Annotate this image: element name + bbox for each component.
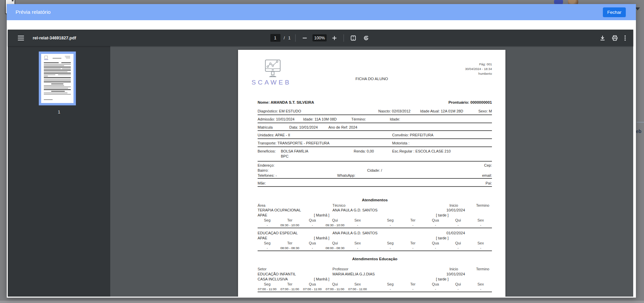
page-number-input[interactable] xyxy=(270,34,280,42)
background-bottom-strip xyxy=(0,301,644,303)
column-header-professor: Professor xyxy=(332,267,348,271)
page-total: 1 xyxy=(288,36,291,40)
divider xyxy=(258,123,492,123)
field-admissao: Admissão: 10/01/2024 xyxy=(258,117,294,121)
schedule-time: 09:30 - 10:00 xyxy=(324,223,346,227)
menu-icon[interactable] xyxy=(16,34,26,42)
thumbnail-panel: 1 xyxy=(8,46,110,297)
schedule-time: - xyxy=(301,246,324,250)
divider xyxy=(258,161,492,162)
day-header-row: SegTerQuaQuiSex xyxy=(379,218,492,222)
tarde-label: [ tarde ] xyxy=(436,236,448,240)
schedule-time: - xyxy=(379,223,402,227)
manha-times-row: 07:00 - 11:0007:00 - 11:0007:00 - 11:000… xyxy=(256,287,369,291)
atendimento-educacao-tecnico: MARIA AMÉLIA G.J.DIAS xyxy=(332,272,375,276)
field-unidades: Unidades: APAE - II xyxy=(258,133,290,137)
pdf-page: SCAWEB Pág: 001 30/04/2024 - 18:34 humbe… xyxy=(238,50,505,297)
schedule-day: Sex xyxy=(346,218,369,222)
field-renda: Renda: 0,00 xyxy=(354,149,374,153)
divider xyxy=(258,250,492,251)
atendimento-tecnico: ANA PAULA G.D. SANTOS xyxy=(332,231,377,235)
schedule-time: - xyxy=(447,223,469,227)
rotate-icon[interactable] xyxy=(361,33,371,43)
modal-header: Prévia relatório Fechar xyxy=(7,4,636,20)
schedule-day: Qui xyxy=(447,241,469,245)
divider xyxy=(258,292,492,292)
document-content: Nome: AMANDA S.T. SILVEIRAProntuário: 00… xyxy=(258,50,492,297)
atendimento-educacao-unidade: CASA INCLUSIVA xyxy=(258,277,288,281)
day-header-row: SegTerQuaQuiSex xyxy=(256,282,369,286)
schedule-time: - xyxy=(402,246,424,250)
field-cep: Cep: xyxy=(484,163,492,167)
schedule-time: - xyxy=(424,223,447,227)
field-telefones: Telefones: - xyxy=(258,173,277,177)
field-beneficios-label: Beneficios: xyxy=(258,149,276,153)
field-whatsapp: WhatsApp: xyxy=(337,173,355,177)
field-idade2: Idade: xyxy=(390,117,400,121)
atendimento-entry: EDUCAÇAO ESPECIALANA PAULA G.D. SANTOS01… xyxy=(258,231,492,254)
field-beneficio-2: BPC xyxy=(281,154,289,158)
thumbnail-page-number: 1 xyxy=(8,109,110,114)
toolbar-divider xyxy=(295,34,296,42)
close-button[interactable]: Fechar xyxy=(603,7,626,17)
atendimento-unidade: APAE xyxy=(258,213,267,217)
more-options-icon[interactable] xyxy=(622,33,628,43)
column-header-area: Área xyxy=(258,203,265,207)
fit-to-page-icon[interactable] xyxy=(349,33,358,43)
schedule-day: Ter xyxy=(279,241,301,245)
schedule-time: - xyxy=(346,246,369,250)
print-icon[interactable] xyxy=(610,33,620,43)
schedule-day: Qua xyxy=(424,218,447,222)
tarde-label: [ tarde ] xyxy=(436,277,448,281)
column-header-termino: Termino xyxy=(476,203,489,207)
schedule-time: - xyxy=(469,223,492,227)
field-pai: Pai: xyxy=(486,181,492,185)
divider xyxy=(258,114,492,115)
schedule-day: Qua xyxy=(301,241,324,245)
manha-label: [ Manhã ] xyxy=(314,236,329,240)
zoom-in-icon[interactable] xyxy=(330,34,339,42)
schedule-day: Seg xyxy=(379,241,402,245)
schedule-time: 07:00 - 11:00 xyxy=(279,287,301,291)
document-area[interactable]: SCAWEB Pág: 001 30/04/2024 - 18:34 humbe… xyxy=(110,46,633,297)
field-diagnostico: Diagnóstico: EM ESTUDO xyxy=(258,109,301,113)
schedule-time: - xyxy=(402,223,424,227)
schedule-time: - xyxy=(447,287,469,291)
field-cidade: Cidade: / xyxy=(367,168,382,172)
schedule-time: - xyxy=(424,287,447,291)
schedule-day: Qui xyxy=(447,218,469,222)
atendimento-area: TERAPIA OCUPACIONAL xyxy=(258,208,301,212)
field-data: Data: 10/01/2024 xyxy=(289,125,318,129)
field-matricula: Matricula xyxy=(258,125,273,129)
schedule-time: - xyxy=(301,223,324,227)
schedule-time: 07:00 - 11:00 xyxy=(301,287,324,291)
schedule-day: Seg xyxy=(256,218,279,222)
schedule-day: Qua xyxy=(424,241,447,245)
tarde-times-row: ----- xyxy=(379,246,492,250)
manha-label: [ Manhã ] xyxy=(314,213,329,217)
schedule-time: - xyxy=(379,246,402,250)
column-header-tecnico: Técnico xyxy=(332,203,346,207)
atendimento-inicio: 10/01/2024 xyxy=(446,208,465,212)
schedule-time: - xyxy=(256,246,279,250)
zoom-out-icon[interactable] xyxy=(300,34,309,42)
schedule-day: Qui xyxy=(447,282,469,286)
download-icon[interactable] xyxy=(598,33,607,43)
column-header-inicio: Inicio xyxy=(449,203,458,207)
modal-title: Prévia relatório xyxy=(16,9,51,15)
column-header-termino: Termino xyxy=(476,267,489,271)
schedule-day: Seg xyxy=(379,282,402,286)
report-preview-modal: Prévia relatório Fechar rel-relat-346918… xyxy=(7,4,636,298)
schedule-day: Qui xyxy=(324,241,346,245)
schedule-day: Qua xyxy=(301,282,324,286)
schedule-time: - xyxy=(469,287,492,291)
atendimento-unidade: APAE xyxy=(258,236,267,240)
atendimento-educacao-area: EDUCAÇÃO INFANTIL xyxy=(258,272,296,276)
page-thumbnail[interactable] xyxy=(39,52,76,105)
schedule-day: Sex xyxy=(469,282,492,286)
schedule-time: - xyxy=(447,246,469,250)
atendimento-tecnico: ANA PAULA G.D. SANTOS xyxy=(332,208,377,212)
day-header-row: SegTerQuaQuiSex xyxy=(379,282,492,286)
pdf-toolbar: rel-relat-34691827.pdf / 1 100% xyxy=(8,30,633,46)
column-header-setor: Setor xyxy=(258,267,266,271)
